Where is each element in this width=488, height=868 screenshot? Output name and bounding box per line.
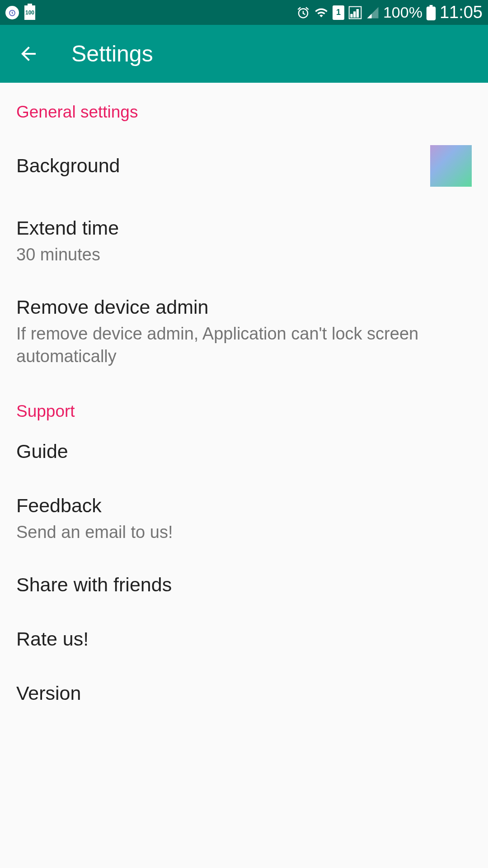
setting-text: Feedback Send an email to us! bbox=[16, 493, 472, 543]
section-header-support: Support bbox=[0, 382, 488, 430]
status-left-icons: 100 bbox=[5, 5, 35, 20]
setting-text: Rate us! bbox=[16, 627, 472, 652]
setting-text: Background bbox=[16, 153, 430, 179]
section-header-general: General settings bbox=[0, 83, 488, 131]
setting-text: Extend time 30 minutes bbox=[16, 216, 472, 266]
sim-1-icon: 1 bbox=[333, 5, 344, 20]
background-preview-swatch bbox=[430, 145, 472, 187]
setting-text: Guide bbox=[16, 439, 472, 464]
alarm-icon bbox=[296, 6, 310, 19]
setting-title: Share with friends bbox=[16, 572, 472, 598]
setting-feedback[interactable]: Feedback Send an email to us! bbox=[0, 479, 488, 558]
setting-subtitle: 30 minutes bbox=[16, 244, 472, 266]
setting-text: Remove device admin If remove device adm… bbox=[16, 295, 472, 368]
setting-share-with-friends[interactable]: Share with friends bbox=[0, 558, 488, 612]
status-right-icons: 1 100% 11:05 bbox=[296, 3, 483, 22]
setting-text: Version bbox=[16, 681, 472, 706]
setting-version[interactable]: Version bbox=[0, 666, 488, 721]
setting-title: Rate us! bbox=[16, 627, 472, 652]
setting-title: Feedback bbox=[16, 493, 472, 519]
setting-title: Version bbox=[16, 681, 472, 706]
setting-title: Background bbox=[16, 153, 430, 179]
setting-subtitle: Send an email to us! bbox=[16, 521, 472, 543]
status-time: 11:05 bbox=[440, 3, 483, 22]
app-bar: Settings bbox=[0, 25, 488, 83]
setting-title: Extend time bbox=[16, 216, 472, 241]
signal-1-icon bbox=[348, 5, 362, 20]
battery-level-text: 100 bbox=[25, 9, 34, 16]
setting-background[interactable]: Background bbox=[0, 131, 488, 201]
arrow-back-icon bbox=[18, 43, 39, 65]
setting-rate-us[interactable]: Rate us! bbox=[0, 612, 488, 666]
setting-title: Guide bbox=[16, 439, 472, 464]
setting-text: Share with friends bbox=[16, 572, 472, 598]
setting-extend-time[interactable]: Extend time 30 minutes bbox=[0, 201, 488, 280]
alarm-clock-icon bbox=[5, 6, 19, 19]
battery-level-icon: 100 bbox=[24, 5, 35, 20]
content-area: General settings Background Extend time … bbox=[0, 83, 488, 721]
wifi-icon bbox=[314, 6, 329, 19]
battery-icon bbox=[426, 5, 436, 20]
battery-percent: 100% bbox=[383, 4, 422, 21]
back-button[interactable] bbox=[16, 42, 41, 66]
status-bar: 100 1 100% 11:05 bbox=[0, 0, 488, 25]
page-title: Settings bbox=[71, 41, 153, 67]
signal-2-icon bbox=[366, 6, 380, 19]
setting-title: Remove device admin bbox=[16, 295, 472, 320]
setting-remove-device-admin[interactable]: Remove device admin If remove device adm… bbox=[0, 280, 488, 382]
setting-subtitle: If remove device admin, Application can'… bbox=[16, 323, 472, 368]
setting-guide[interactable]: Guide bbox=[0, 430, 488, 479]
